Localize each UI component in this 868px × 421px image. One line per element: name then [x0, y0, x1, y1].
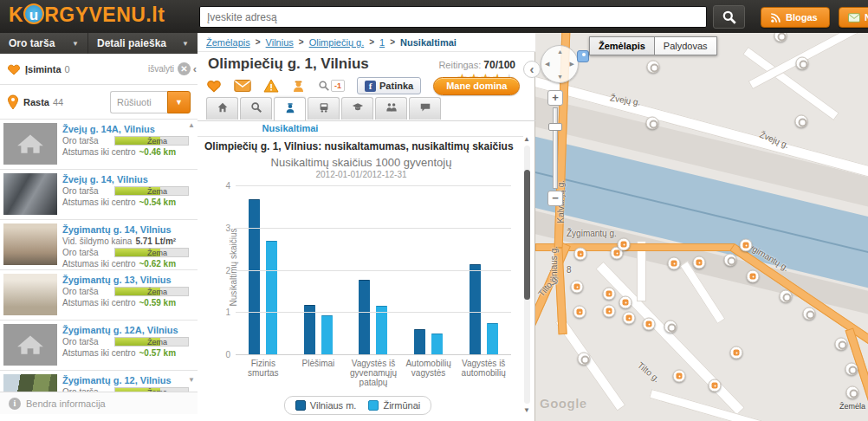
general-info-link[interactable]: i Bendra informacija — [0, 392, 198, 414]
list-item[interactable]: Žygimantų g. 12A, VilniusOro taršaŽemaAt… — [0, 321, 198, 371]
tab-home[interactable] — [206, 97, 238, 120]
tab-family[interactable] — [375, 97, 407, 120]
pan-up-icon[interactable]: ▲ — [557, 49, 563, 55]
breadcrumb-item[interactable]: Olimpiečių g. — [309, 37, 365, 48]
listing-title[interactable]: Žvejų g. 14A, Vilnius — [62, 123, 194, 135]
site-logo[interactable]: KuRGYVENU.lt — [9, 3, 165, 27]
tab-education[interactable] — [341, 97, 373, 120]
filter-tab-detailed-search[interactable]: Detali paieška ▼ — [88, 33, 198, 54]
map-marker[interactable] — [709, 379, 722, 392]
scroll-down-icon[interactable]: ▼ — [523, 406, 530, 414]
legend-item[interactable]: Vilniaus m. — [295, 400, 357, 411]
scroll-down-icon[interactable]: ▼ — [188, 376, 195, 384]
warning-icon[interactable] — [263, 79, 279, 93]
tab-comments[interactable] — [409, 97, 441, 120]
map-marker[interactable] — [619, 296, 632, 309]
zoom-slider-handle[interactable] — [548, 123, 562, 131]
zoom-slider-track[interactable] — [553, 107, 558, 189]
newsletter-button[interactable]: Nau — [839, 7, 868, 28]
map-marker[interactable] — [647, 61, 660, 74]
list-item[interactable]: Žygimantų g. 12, VilniusOro taršaŽema — [0, 371, 198, 392]
listing-photo — [3, 274, 57, 315]
pan-right-icon[interactable]: ▶ — [570, 61, 574, 68]
crime-index-badge[interactable]: -1 — [318, 80, 345, 92]
blog-button[interactable]: Blogas — [761, 7, 830, 28]
map-marker[interactable] — [747, 270, 760, 283]
map-marker[interactable] — [571, 281, 584, 294]
list-item[interactable]: Žygimantų g. 13, VilniusOro taršaŽemaAts… — [0, 270, 198, 321]
facebook-like-button[interactable]: f Patinka — [357, 77, 421, 94]
tab-transport[interactable] — [308, 97, 340, 120]
map-marker[interactable] — [646, 117, 659, 130]
filter-tab-pollution[interactable]: Oro tarša ▼ — [0, 33, 88, 54]
listing-title[interactable]: Žygimantų g. 12A, Vilnius — [62, 324, 194, 336]
message-icon[interactable] — [234, 80, 251, 92]
panel-collapse-button[interactable]: ‹ — [523, 61, 541, 78]
map-marker[interactable] — [774, 33, 787, 42]
pan-left-icon[interactable]: ◀ — [545, 61, 549, 68]
scrollbar-thumb[interactable] — [524, 170, 530, 300]
search-input[interactable] — [200, 7, 706, 27]
sidebar-collapse-button[interactable]: ‹ — [193, 62, 197, 75]
breadcrumb-item[interactable]: Žemėlapis — [206, 37, 250, 48]
map-marker[interactable] — [845, 363, 858, 376]
map-marker[interactable] — [673, 370, 686, 383]
map-marker[interactable] — [780, 290, 793, 303]
pan-down-icon[interactable]: ▼ — [557, 74, 563, 80]
search-button[interactable] — [713, 5, 745, 29]
listing-title[interactable]: Žygimantų g. 12, Vilnius — [62, 374, 194, 386]
legend-item[interactable]: Žirmūnai — [368, 400, 420, 411]
map-marker[interactable] — [846, 386, 859, 399]
facebook-icon: f — [365, 81, 376, 92]
listing-title[interactable]: Žygimantų g. 13, Vilnius — [62, 274, 194, 286]
favorite-heart-icon[interactable] — [206, 79, 222, 93]
breadcrumb-item[interactable]: 1 — [379, 37, 385, 48]
clear-saved-button[interactable]: išvalyti ✕ — [148, 62, 191, 75]
map-type-satellite-button[interactable]: Palydovas — [655, 36, 717, 55]
map-marker[interactable] — [724, 254, 737, 267]
map-marker[interactable] — [623, 312, 636, 325]
tab-crime[interactable] — [274, 97, 306, 121]
list-item[interactable]: Žvejų g. 14, VilniusOro taršaŽemaAtstuma… — [0, 170, 198, 220]
sort-dropdown-button[interactable]: ▼ — [167, 91, 191, 113]
map-marker[interactable] — [803, 308, 816, 321]
map-marker[interactable] — [795, 115, 808, 128]
zoom-out-button[interactable]: − — [547, 191, 563, 206]
active-tab-label[interactable]: Nusikaltimai — [243, 123, 338, 133]
map-marker[interactable] — [643, 318, 656, 331]
pollution-row: Oro taršaŽema — [62, 185, 194, 197]
pollution-label: Oro tarša — [62, 135, 99, 146]
zoom-in-button[interactable]: + — [547, 90, 563, 106]
sort-dropdown[interactable]: Rūšiuoti ▼ — [110, 91, 191, 113]
police-officer-icon[interactable] — [291, 79, 306, 93]
tab-search[interactable] — [240, 97, 272, 120]
map-marker[interactable] — [618, 238, 631, 251]
map-marker[interactable] — [740, 239, 753, 252]
map-marker[interactable] — [668, 257, 681, 270]
street-view-pegman-icon[interactable] — [577, 50, 589, 62]
map-type-map-button[interactable]: Žemėlapis — [589, 36, 655, 55]
map-pan-control[interactable]: ▲ ▼ ◀ ▶ — [541, 45, 579, 83]
map-marker[interactable] — [603, 288, 616, 301]
map[interactable]: ▲ ▼ ◀ ▶ + − ŽemėlapisPalydovas Google Že… — [535, 33, 868, 421]
map-marker[interactable] — [603, 305, 616, 318]
scroll-up-icon[interactable]: ▲ — [523, 135, 530, 143]
listing-title[interactable]: Žvejų g. 14, Vilnius — [62, 173, 194, 185]
map-marker[interactable] — [574, 248, 587, 261]
map-marker[interactable] — [796, 57, 809, 70]
listing-title[interactable]: Žygimantų g. 14, Vilnius — [62, 223, 194, 236]
filter-tab-label: Detali paieška — [97, 37, 166, 49]
breadcrumb: Žemėlapis>Vilnius>Olimpiečių g.>1>Nusika… — [198, 33, 535, 52]
breadcrumb-item[interactable]: Vilnius — [266, 37, 294, 48]
map-marker[interactable] — [693, 256, 706, 269]
interested-button[interactable]: Mane domina — [433, 77, 520, 95]
map-marker[interactable] — [730, 347, 743, 359]
list-item[interactable]: Žygimantų g. 14, VilniusVid. šildymo kai… — [0, 220, 198, 270]
map-marker[interactable] — [573, 306, 586, 319]
chart-y-tick-label: 0 — [215, 350, 230, 359]
map-marker[interactable] — [578, 353, 591, 366]
scroll-up-icon[interactable]: ▲ — [188, 121, 195, 129]
list-item[interactable]: Žvejų g. 14A, VilniusOro taršaŽemaAtstum… — [0, 120, 198, 170]
map-marker[interactable] — [664, 321, 677, 334]
map-marker[interactable] — [835, 338, 848, 351]
